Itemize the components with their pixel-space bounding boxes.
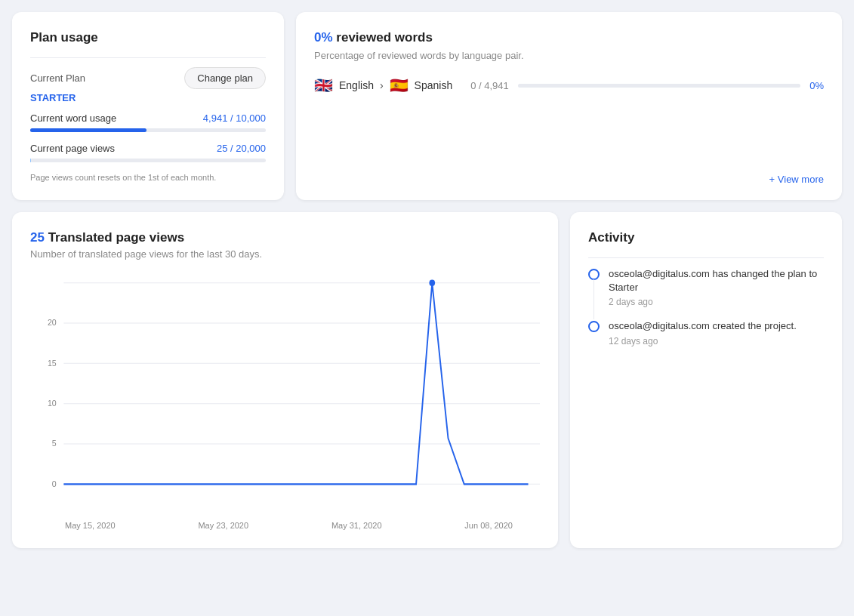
change-plan-button[interactable]: Change plan xyxy=(184,67,266,89)
page-views-value: 25 / 20,000 xyxy=(217,143,266,154)
word-usage-progress-bg xyxy=(30,128,266,132)
chart-line xyxy=(63,283,528,485)
arrow-icon: › xyxy=(380,79,384,91)
activity-list: osceola@digitalus.com has changed the pl… xyxy=(588,267,824,346)
svg-text:5: 5 xyxy=(52,439,57,448)
activity-content-1: osceola@digitalus.com created the projec… xyxy=(609,319,797,346)
activity-card: Activity osceola@digitalus.com has chang… xyxy=(570,212,842,548)
activity-time-0: 2 days ago xyxy=(609,297,824,307)
activity-time-1: 12 days ago xyxy=(609,336,797,346)
chart-title: 25 Translated page views xyxy=(30,230,540,245)
page-views-progress-bg xyxy=(30,159,266,162)
target-flag: 🇪🇸 xyxy=(390,76,409,94)
svg-text:20: 20 xyxy=(48,318,57,328)
x-label-3: Jun 08, 2020 xyxy=(464,521,513,530)
plan-usage-card: Plan usage Current Plan Change plan STAR… xyxy=(12,12,284,200)
activity-dot-1 xyxy=(588,321,600,332)
chart-card: 25 Translated page views Number of trans… xyxy=(12,212,558,548)
lang-progress-section: 0 / 4,941 0% xyxy=(470,80,824,91)
line-chart: 0 5 10 15 20 xyxy=(30,275,540,516)
current-plan-label: Current Plan xyxy=(30,72,85,84)
x-label-1: May 23, 2020 xyxy=(198,521,248,530)
x-labels: May 15, 2020 May 23, 2020 May 31, 2020 J… xyxy=(30,521,540,530)
activity-title: Activity xyxy=(588,230,824,245)
view-more-link[interactable]: + View more xyxy=(769,174,824,185)
word-usage-progress-fill xyxy=(30,128,146,132)
reviewed-subtitle: Percentage of reviewed words by language… xyxy=(314,50,824,61)
svg-text:0: 0 xyxy=(52,479,57,488)
starter-link[interactable]: STARTER xyxy=(30,92,266,103)
reviewed-words-label: reviewed words xyxy=(336,30,433,45)
reviewed-words-title: 0% reviewed words xyxy=(314,30,824,45)
chart-peak-dot xyxy=(429,279,435,286)
x-label-0: May 15, 2020 xyxy=(65,521,116,530)
lang-count: 0 / 4,941 xyxy=(470,80,509,91)
reviewed-words-card: 0% reviewed words Percentage of reviewed… xyxy=(296,12,842,200)
chart-container: 0 5 10 15 20 xyxy=(30,275,540,516)
x-label-2: May 31, 2020 xyxy=(331,521,382,530)
source-flag: 🇬🇧 xyxy=(314,76,333,94)
lang-pair-row: 🇬🇧 English › 🇪🇸 Spanish 0 / 4,941 0% xyxy=(314,76,824,94)
activity-item-0: osceola@digitalus.com has changed the pl… xyxy=(588,267,824,307)
activity-content-0: osceola@digitalus.com has changed the pl… xyxy=(609,267,824,307)
target-lang: Spanish xyxy=(415,79,453,91)
svg-text:10: 10 xyxy=(48,398,57,408)
lang-pct: 0% xyxy=(809,80,824,91)
activity-text-1: osceola@digitalus.com created the projec… xyxy=(609,319,797,333)
plan-usage-title: Plan usage xyxy=(30,30,266,45)
reviewed-pct: 0% xyxy=(314,30,333,45)
word-usage-value: 4,941 / 10,000 xyxy=(203,112,266,124)
page-views-label: Current page views xyxy=(30,143,115,154)
reset-note: Page views count resets on the 1st of ea… xyxy=(30,173,266,182)
source-lang: English xyxy=(339,79,374,91)
activity-dot-0 xyxy=(588,269,600,280)
chart-count: 25 xyxy=(30,230,45,245)
activity-item-1: osceola@digitalus.com created the projec… xyxy=(588,319,824,346)
svg-text:15: 15 xyxy=(48,358,57,368)
chart-subtitle: Number of translated page views for the … xyxy=(30,248,540,260)
activity-text-0: osceola@digitalus.com has changed the pl… xyxy=(609,267,824,294)
word-usage-label: Current word usage xyxy=(30,112,116,124)
lang-progress-bg xyxy=(518,84,800,88)
